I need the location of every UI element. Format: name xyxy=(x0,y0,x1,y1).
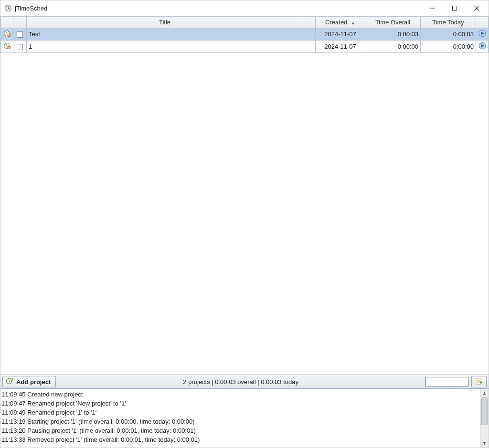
sort-ascending-icon: ▲ xyxy=(351,21,355,25)
maximize-button[interactable] xyxy=(444,0,466,16)
log-line: 11:09:45 Created new project xyxy=(1,390,479,399)
row-time-overall: 0:00:03 xyxy=(365,28,421,41)
column-header-play[interactable] xyxy=(476,17,489,28)
play-button[interactable] xyxy=(476,28,489,41)
row-checkbox[interactable] xyxy=(13,41,27,53)
svg-rect-4 xyxy=(453,6,457,10)
search-input[interactable] xyxy=(425,377,468,386)
log-line: 11:09:49 Renamed project '1' to '1' xyxy=(1,408,479,417)
log-scrollbar[interactable]: ▲ ▼ xyxy=(480,389,489,448)
table-row[interactable]: Test2024-11-070:00:030:00:03 xyxy=(1,28,489,41)
add-project-button[interactable]: Add project xyxy=(2,376,56,387)
row-color-cell[interactable] xyxy=(303,28,316,41)
column-header-time-today[interactable]: Time Today xyxy=(421,17,476,28)
minimize-button[interactable] xyxy=(422,0,444,16)
row-title[interactable]: Test xyxy=(27,28,303,41)
play-button[interactable] xyxy=(476,41,489,53)
add-clock-icon xyxy=(6,377,13,386)
delete-project-button[interactable] xyxy=(1,28,13,41)
row-title[interactable]: 1 xyxy=(27,41,303,53)
row-time-today: 0:00:03 xyxy=(421,28,476,41)
log-line: 11:13:33 Removed project '1' (time overa… xyxy=(1,435,479,444)
close-button[interactable] xyxy=(466,0,488,16)
log-panel: 11:09:45 Created new project11:09:47 Ren… xyxy=(0,389,489,448)
toggle-log-button[interactable] xyxy=(471,376,487,387)
table-row[interactable]: 12024-11-070:00:000:00:00 xyxy=(1,41,489,53)
log-line: 11:13:19 Starting project '1' (time over… xyxy=(1,417,479,426)
window-title: jTimeSched xyxy=(15,5,47,12)
column-header-created[interactable]: Created ▲ xyxy=(316,17,365,28)
column-header-time-overall[interactable]: Time Overall xyxy=(365,17,421,28)
row-color-cell[interactable] xyxy=(303,41,316,53)
log-line: 11:09:47 Renamed project 'New project' t… xyxy=(1,399,479,408)
projects-table-area: Title Created ▲ Time Overall Time Today … xyxy=(0,16,489,375)
row-time-overall: 0:00:00 xyxy=(365,41,421,53)
log-line: 11:13:20 Pausing project '1' (time overa… xyxy=(1,426,479,435)
titlebar: jTimeSched xyxy=(0,0,489,16)
scroll-down-icon[interactable]: ▼ xyxy=(480,439,489,448)
projects-table: Title Created ▲ Time Overall Time Today … xyxy=(0,16,489,53)
log-text: 11:09:45 Created new project11:09:47 Ren… xyxy=(0,389,480,448)
scroll-thumb[interactable] xyxy=(481,397,488,425)
row-time-today: 0:00:00 xyxy=(421,41,476,53)
column-header-delete[interactable] xyxy=(1,17,13,28)
table-empty-area xyxy=(0,53,489,375)
row-created: 2024-11-07 xyxy=(316,28,365,41)
add-project-label: Add project xyxy=(16,378,51,385)
app-clock-icon xyxy=(4,4,12,12)
delete-project-button[interactable] xyxy=(1,41,13,53)
scroll-up-icon[interactable]: ▲ xyxy=(480,389,489,397)
row-checkbox[interactable] xyxy=(13,28,27,41)
column-header-color[interactable] xyxy=(303,17,316,28)
status-text: 2 projects | 0:00:03 overall | 0:00:03 t… xyxy=(59,378,423,385)
row-created: 2024-11-07 xyxy=(316,41,365,53)
bottom-toolbar: Add project 2 projects | 0:00:03 overall… xyxy=(0,375,489,389)
column-header-check[interactable] xyxy=(13,17,27,28)
svg-rect-27 xyxy=(476,379,481,385)
column-header-title[interactable]: Title xyxy=(27,17,303,28)
